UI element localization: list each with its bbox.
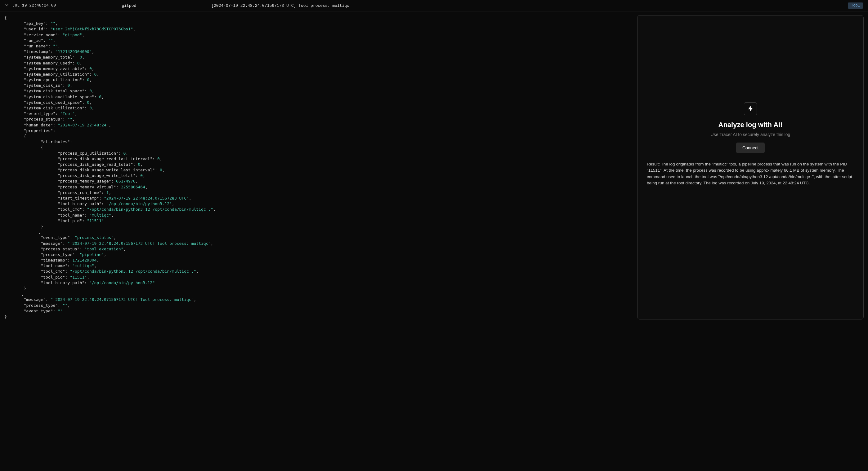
chevron-down-icon[interactable] <box>5 3 9 8</box>
record-type-badge: Tool <box>848 2 863 9</box>
ai-subtitle: Use Tracer AI to securely analyze this l… <box>711 132 790 137</box>
ai-title: Analyze log with AI! <box>718 121 783 129</box>
log-header: JUL 19 22:48:24.00 gitpod [2024-07-19 22… <box>0 0 868 11</box>
ai-result-text: Result: The log originates from the "mul… <box>647 161 854 186</box>
header-service: gitpod <box>122 3 136 8</box>
main-content: { "api_key": "", "user_id": "user_2eMjCa… <box>0 11 868 323</box>
header-timestamp: JUL 19 22:48:24.00 <box>12 3 56 8</box>
connect-button[interactable]: Connect <box>736 142 765 153</box>
header-message: [2024-07-19 22:48:24.071567173 UTC] Tool… <box>211 3 844 8</box>
ai-panel: Analyze log with AI! Use Tracer AI to se… <box>637 15 864 319</box>
lightning-icon <box>744 102 757 115</box>
json-viewer[interactable]: { "api_key": "", "user_id": "user_2eMjCa… <box>4 15 633 319</box>
